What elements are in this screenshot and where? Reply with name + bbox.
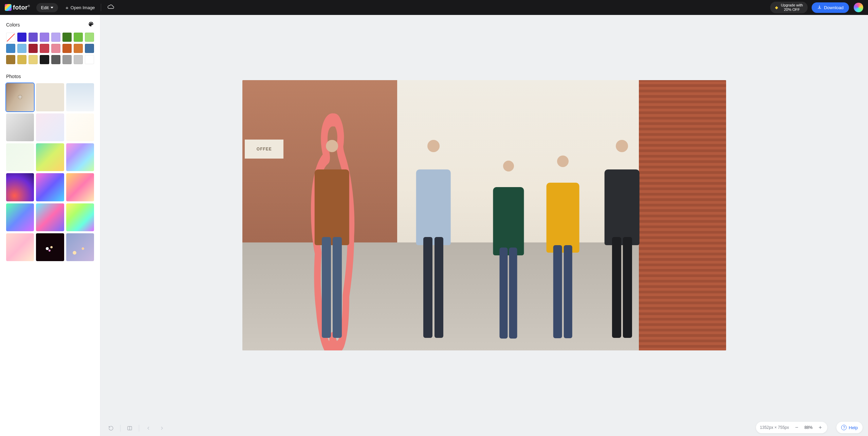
canvas-dimensions: 1352px × 755px (760, 425, 789, 430)
separator (139, 425, 139, 432)
compare-icon (127, 425, 132, 431)
photo-thumb-16[interactable] (36, 233, 64, 261)
redo-button[interactable] (158, 424, 166, 433)
open-image-button[interactable]: + Open Image (66, 5, 95, 10)
photo-thumb-1[interactable] (36, 83, 64, 111)
arrow-right-icon (159, 425, 165, 431)
logo[interactable]: fotor® (5, 4, 30, 11)
color-swatch-9[interactable] (17, 44, 26, 53)
color-swatch-0[interactable] (6, 33, 15, 42)
color-swatch-5[interactable] (62, 33, 72, 42)
top-bar: fotor® Edit + Open Image ◆ Upgrade with … (0, 0, 868, 15)
photo-thumb-14[interactable] (66, 203, 94, 231)
scene-person-1 (310, 131, 354, 342)
photos-grid (6, 83, 94, 261)
color-swatch-19[interactable] (40, 55, 49, 64)
diamond-icon: ◆ (775, 5, 778, 10)
color-swatch-1[interactable] (17, 33, 26, 42)
open-image-label: Open Image (71, 5, 95, 10)
edit-dropdown[interactable]: Edit (36, 3, 58, 12)
color-swatch-22[interactable] (74, 55, 83, 64)
photo-thumb-17[interactable] (66, 233, 94, 261)
help-icon: ? (841, 425, 847, 430)
edit-label: Edit (41, 5, 49, 10)
palette-icon (88, 21, 94, 27)
color-swatch-8[interactable] (6, 44, 15, 53)
color-swatch-14[interactable] (74, 44, 83, 53)
separator (101, 4, 101, 11)
color-swatch-23[interactable] (85, 55, 94, 64)
cloud-icon (107, 3, 114, 10)
scene-person-4 (542, 148, 583, 342)
cloud-button[interactable] (107, 3, 114, 12)
color-swatch-4[interactable] (51, 33, 60, 42)
scene-sign: OFFEE (245, 140, 283, 159)
photo-thumb-3[interactable] (6, 113, 34, 141)
help-label: Help (849, 425, 858, 430)
colors-grid (6, 33, 94, 64)
separator (120, 425, 121, 432)
photo-thumb-6[interactable] (6, 143, 34, 171)
sidebar: Colors Photos (0, 15, 100, 436)
photo-thumb-12[interactable] (6, 203, 34, 231)
photo-thumb-5[interactable] (66, 113, 94, 141)
photo-thumb-7[interactable] (36, 143, 64, 171)
color-swatch-21[interactable] (62, 55, 72, 64)
history-icon (108, 425, 114, 431)
scene-person-3 (489, 153, 528, 342)
logo-text: fotor® (13, 4, 30, 11)
photos-title: Photos (6, 74, 21, 79)
colors-header: Colors (6, 21, 94, 29)
photo-thumb-2[interactable] (66, 83, 94, 111)
plus-icon: + (66, 5, 69, 10)
photos-header: Photos (6, 74, 94, 79)
photo-thumb-8[interactable] (66, 143, 94, 171)
zoom-control: 1352px × 755px − 88% + (756, 422, 827, 433)
zoom-in-button[interactable]: + (817, 424, 823, 431)
palette-button[interactable] (88, 21, 94, 29)
color-swatch-15[interactable] (85, 44, 94, 53)
main: Colors Photos OFFEE (0, 15, 868, 436)
color-swatch-16[interactable] (6, 55, 15, 64)
avatar[interactable] (854, 3, 863, 12)
photo-thumb-0[interactable] (6, 83, 34, 111)
photo-thumb-11[interactable] (66, 173, 94, 201)
color-swatch-6[interactable] (74, 33, 83, 42)
photo-thumb-15[interactable] (6, 233, 34, 261)
arrow-left-icon (146, 425, 151, 431)
color-swatch-12[interactable] (51, 44, 60, 53)
color-swatch-20[interactable] (51, 55, 60, 64)
chevron-down-icon (51, 7, 53, 8)
download-label: Download (824, 5, 844, 10)
download-icon (817, 5, 822, 11)
canvas-area[interactable]: OFFEE (100, 15, 868, 436)
photo-thumb-9[interactable] (6, 173, 34, 201)
color-swatch-3[interactable] (40, 33, 49, 42)
scene-person-5 (600, 131, 644, 342)
color-swatch-17[interactable] (17, 55, 26, 64)
photo-thumb-4[interactable] (36, 113, 64, 141)
scene-person-2 (412, 131, 455, 342)
logo-icon (5, 4, 12, 11)
color-swatch-18[interactable] (29, 55, 38, 64)
help-button[interactable]: ? Help (836, 422, 863, 433)
color-swatch-11[interactable] (40, 44, 49, 53)
bottom-bar (100, 420, 868, 436)
color-swatch-2[interactable] (29, 33, 38, 42)
download-button[interactable]: Download (812, 2, 849, 13)
color-swatch-10[interactable] (29, 44, 38, 53)
compare-button[interactable] (125, 424, 134, 433)
colors-title: Colors (6, 22, 20, 28)
zoom-level: 88% (805, 425, 813, 430)
color-swatch-13[interactable] (62, 44, 72, 53)
undo-button[interactable] (144, 424, 153, 433)
upgrade-button[interactable]: ◆ Upgrade with 20% OFF (770, 2, 808, 13)
history-button[interactable] (107, 424, 115, 433)
canvas-image[interactable]: OFFEE (242, 80, 726, 350)
color-swatch-7[interactable] (85, 33, 94, 42)
zoom-out-button[interactable]: − (794, 424, 799, 431)
photo-thumb-10[interactable] (36, 173, 64, 201)
upgrade-text: Upgrade with 20% OFF (781, 3, 803, 12)
photo-thumb-13[interactable] (36, 203, 64, 231)
